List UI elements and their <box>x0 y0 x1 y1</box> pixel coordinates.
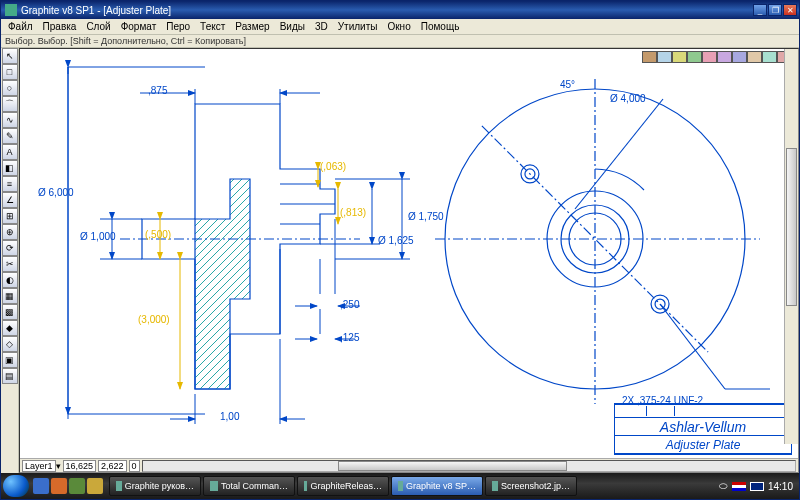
taskbar-item[interactable]: Total Comman… <box>203 476 295 496</box>
menu-bar: ФайлПравкаСлойФорматПероТекстРазмерВиды3… <box>1 19 799 35</box>
menu-item[interactable]: Помощь <box>416 20 465 33</box>
menu-item[interactable]: Текст <box>195 20 230 33</box>
minimize-button[interactable]: _ <box>753 4 767 16</box>
coord-z: 0 <box>129 460 140 472</box>
svg-line-47 <box>575 99 663 209</box>
tool-button[interactable]: ◇ <box>2 336 18 352</box>
tool-button[interactable]: ✎ <box>2 128 18 144</box>
tool-button[interactable]: ○ <box>2 80 18 96</box>
tool-button[interactable]: ▦ <box>2 288 18 304</box>
taskbar-item[interactable]: Graphite руков… <box>109 476 201 496</box>
menu-item[interactable]: Перо <box>161 20 195 33</box>
dim-label: (,063) <box>320 161 346 172</box>
dim-label: Ø 1,750 <box>408 211 444 222</box>
tool-palette: ↖□○⌒∿✎A◧≡∠⊞⊕⟳✂◐▦▩◆◇▣▤ <box>1 48 19 473</box>
menu-item[interactable]: 3D <box>310 20 333 33</box>
tool-button[interactable]: ∿ <box>2 112 18 128</box>
taskbar: Graphite руков…Total Comman…GraphiteRele… <box>1 473 799 499</box>
menu-item[interactable]: Размер <box>230 20 274 33</box>
tool-button[interactable]: □ <box>2 64 18 80</box>
tool-button[interactable]: ◆ <box>2 320 18 336</box>
layer-selector[interactable]: Layer1 <box>22 460 56 472</box>
taskbar-item[interactable]: Graphite v8 SP… <box>391 476 483 496</box>
dim-label: ,875 <box>148 85 167 96</box>
hint-bar: Выбор. Выбор. [Shift = Дополнительно, Ct… <box>1 35 799 48</box>
menu-item[interactable]: Правка <box>38 20 82 33</box>
tool-button[interactable]: ⊕ <box>2 224 18 240</box>
taskbar-item[interactable]: Screenshot2.jp… <box>485 476 577 496</box>
clock: 14:10 <box>768 481 793 492</box>
coord-x: 16,625 <box>63 460 97 472</box>
window-title: Graphite v8 SP1 - [Adjuster Plate] <box>21 5 171 16</box>
menu-item[interactable]: Окно <box>382 20 415 33</box>
dim-label: Ø 1,625 <box>378 235 414 246</box>
tool-button[interactable]: ⟳ <box>2 240 18 256</box>
scrollbar-vertical[interactable] <box>784 49 798 444</box>
menu-item[interactable]: Слой <box>81 20 115 33</box>
tool-button[interactable]: ↖ <box>2 48 18 64</box>
lang-icon[interactable] <box>750 482 764 491</box>
dim-label: Ø 6,000 <box>38 187 74 198</box>
svg-line-48 <box>660 304 725 389</box>
dim-label: ,250 <box>340 299 359 310</box>
tool-button[interactable]: ▩ <box>2 304 18 320</box>
start-button[interactable] <box>3 475 29 497</box>
dim-label: (,813) <box>340 207 366 218</box>
dim-label: ,125 <box>340 332 359 343</box>
dim-label: (3,000) <box>138 314 170 325</box>
menu-item[interactable]: Файл <box>3 20 38 33</box>
title-bar: Graphite v8 SP1 - [Adjuster Plate] _ ❐ ✕ <box>1 1 799 19</box>
system-tray[interactable]: ⬭ 14:10 <box>719 480 797 492</box>
menu-item[interactable]: Утилиты <box>333 20 383 33</box>
tool-button[interactable]: ◐ <box>2 272 18 288</box>
tool-button[interactable]: ▣ <box>2 352 18 368</box>
tray-icon[interactable]: ⬭ <box>719 480 728 492</box>
close-button[interactable]: ✕ <box>783 4 797 16</box>
drawing-canvas[interactable]: ,875 Ø 6,000 Ø 1,000 (,500) (3,000) (,06… <box>19 48 799 473</box>
dim-label: 1,00 <box>220 411 239 422</box>
tool-button[interactable]: ⊞ <box>2 208 18 224</box>
menu-item[interactable]: Виды <box>275 20 310 33</box>
scrollbar-horizontal[interactable] <box>142 460 796 472</box>
tool-button[interactable]: A <box>2 144 18 160</box>
menu-item[interactable]: Формат <box>116 20 162 33</box>
dim-label: Ø 1,000 <box>80 231 116 242</box>
tool-button[interactable]: ≡ <box>2 176 18 192</box>
tool-button[interactable]: ◧ <box>2 160 18 176</box>
status-bar: Layer1▾ 16,625 2,622 0 <box>20 458 798 472</box>
cad-drawing <box>20 49 780 449</box>
quick-launch[interactable] <box>33 478 103 494</box>
dim-label: Ø 4,000 <box>610 93 646 104</box>
taskbar-item[interactable]: GraphiteReleas… <box>297 476 389 496</box>
tool-button[interactable]: ✂ <box>2 256 18 272</box>
maximize-button[interactable]: ❐ <box>768 4 782 16</box>
dim-label: (,500) <box>145 229 171 240</box>
title-block: Ashlar-Vellum Adjuster Plate <box>614 403 792 455</box>
flag-icon[interactable] <box>732 482 746 491</box>
coord-y: 2,622 <box>98 460 127 472</box>
tool-button[interactable]: ▤ <box>2 368 18 384</box>
tool-button[interactable]: ⌒ <box>2 96 18 112</box>
dim-label: 45° <box>560 79 575 90</box>
app-icon <box>5 4 17 16</box>
tool-button[interactable]: ∠ <box>2 192 18 208</box>
